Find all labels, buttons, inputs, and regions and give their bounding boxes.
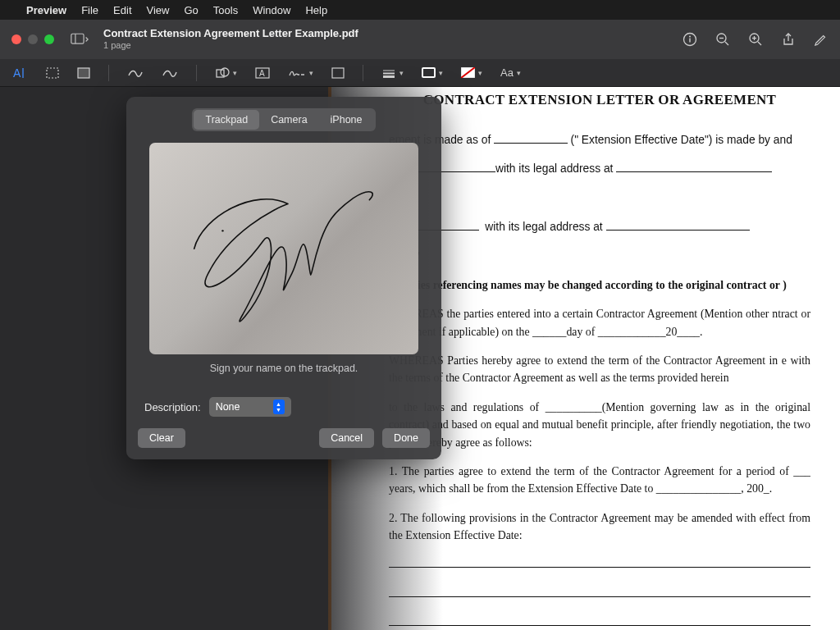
- minimize-window-button[interactable]: [28, 34, 38, 44]
- sketch-tool[interactable]: [124, 65, 147, 81]
- share-icon[interactable]: [781, 32, 796, 47]
- doc-paragraph: ractor": [389, 248, 810, 265]
- zoom-window-button[interactable]: [44, 34, 54, 44]
- done-button[interactable]: Done: [382, 428, 430, 448]
- doc-paragraph: ement is made as of (" Extension Effecti…: [389, 131, 810, 148]
- svg-point-3: [689, 36, 691, 38]
- doc-paragraph: WHEREAS the parties entered into a certa…: [389, 305, 810, 340]
- text-style-menu[interactable]: Aa ▾: [497, 64, 524, 81]
- text-style-label: Aa: [500, 66, 514, 79]
- window-subtitle: 1 page: [103, 40, 358, 51]
- chevron-down-icon: ▾: [233, 69, 237, 77]
- doc-paragraph: 2. The following provisions in the Contr…: [389, 509, 810, 545]
- redact-tool[interactable]: [74, 65, 94, 81]
- doc-paragraph: with its legal address at: [389, 160, 810, 177]
- chevron-down-icon: ▾: [439, 69, 443, 77]
- window-title: Contract Extension Agreement Letter Exam…: [103, 28, 358, 40]
- signature-source-tabs: Trackpad Camera iPhone: [192, 108, 375, 131]
- doc-paragraph: WHEREAS Parties hereby agree to extend t…: [389, 352, 810, 387]
- doc-paragraph: [389, 555, 810, 573]
- svg-rect-21: [332, 68, 344, 78]
- svg-line-6: [725, 42, 728, 45]
- markup-toggle-icon[interactable]: [814, 32, 829, 47]
- doc-paragraph: [389, 614, 810, 630]
- window-title-group: Contract Extension Agreement Letter Exam…: [103, 28, 358, 51]
- doc-paragraph: e parties referencing names may be chang…: [389, 276, 810, 294]
- svg-line-9: [758, 42, 761, 45]
- app-menu[interactable]: Preview: [26, 4, 66, 16]
- signature-hint: Sign your name on the trackpad.: [126, 363, 441, 374]
- description-value: None: [216, 401, 240, 413]
- system-menubar: Preview File Edit View Go Tools Window H…: [0, 0, 840, 20]
- tab-trackpad[interactable]: Trackpad: [194, 110, 259, 130]
- clear-button[interactable]: Clear: [138, 428, 185, 448]
- chevron-down-icon: ▾: [309, 69, 313, 77]
- doc-paragraph: to the laws and regulations of _________…: [389, 399, 810, 451]
- text-selection-tool[interactable]: A: [10, 64, 31, 82]
- svg-point-18: [221, 68, 229, 76]
- markup-toolbar: A ▾ A ▾ ▾ ▾ ▾ Aa ▾: [0, 59, 840, 87]
- document-area: CONTRACT EXTENSION LETTER OR AGREEMENT e…: [0, 87, 840, 630]
- chevron-down-icon: ▾: [517, 69, 521, 77]
- tab-iphone[interactable]: iPhone: [319, 110, 374, 130]
- doc-heading: CONTRACT EXTENSION LETTER OR AGREEMENT: [389, 92, 810, 108]
- sign-menu[interactable]: ▾: [285, 65, 317, 81]
- zoom-out-icon[interactable]: [715, 32, 730, 47]
- sidebar-toggle-button[interactable]: [71, 32, 89, 47]
- note-tool[interactable]: [328, 65, 348, 81]
- menu-help[interactable]: Help: [305, 4, 327, 16]
- border-color-menu[interactable]: ▾: [418, 65, 446, 80]
- menu-window[interactable]: Window: [253, 4, 290, 16]
- svg-text:A: A: [13, 66, 21, 80]
- menu-edit[interactable]: Edit: [113, 4, 131, 16]
- doc-paragraph: er": [389, 189, 810, 207]
- svg-rect-16: [78, 68, 89, 78]
- signature-popover: Trackpad Camera iPhone Sign your name on…: [126, 97, 441, 459]
- svg-rect-0: [71, 34, 84, 43]
- text-box-tool[interactable]: A: [252, 65, 273, 81]
- svg-point-27: [221, 230, 223, 231]
- line-weight-menu[interactable]: ▾: [378, 66, 407, 80]
- select-stepper-icon: ▲▼: [273, 399, 285, 414]
- close-window-button[interactable]: [11, 34, 21, 44]
- window-titlebar: Contract Extension Agreement Letter Exam…: [0, 20, 840, 59]
- description-label: Description:: [144, 401, 201, 413]
- signature-canvas[interactable]: [149, 143, 418, 354]
- border-color-swatch: [422, 67, 436, 78]
- description-select[interactable]: None ▲▼: [209, 397, 291, 417]
- svg-rect-14: [47, 68, 58, 78]
- doc-paragraph: 1. The parties agree to extend the term …: [389, 463, 810, 498]
- menu-file[interactable]: File: [81, 4, 98, 16]
- svg-rect-4: [689, 39, 690, 43]
- chevron-down-icon: ▾: [478, 69, 482, 77]
- menu-view[interactable]: View: [147, 4, 170, 16]
- tab-camera[interactable]: Camera: [259, 110, 318, 130]
- draw-tool[interactable]: [158, 65, 181, 81]
- traffic-lights: [11, 34, 54, 44]
- menu-go[interactable]: Go: [184, 4, 198, 16]
- chevron-down-icon: ▾: [399, 69, 404, 77]
- cancel-button[interactable]: Cancel: [319, 428, 374, 448]
- shapes-menu[interactable]: ▾: [212, 65, 240, 81]
- menu-tools[interactable]: Tools: [213, 4, 238, 16]
- zoom-in-icon[interactable]: [748, 32, 763, 47]
- doc-paragraph: [389, 585, 810, 602]
- fill-color-menu[interactable]: ▾: [458, 65, 486, 80]
- svg-text:A: A: [259, 69, 265, 78]
- info-icon[interactable]: [682, 32, 697, 47]
- doc-paragraph: with its legal address at: [389, 218, 810, 235]
- rectangular-selection-tool[interactable]: [43, 65, 62, 81]
